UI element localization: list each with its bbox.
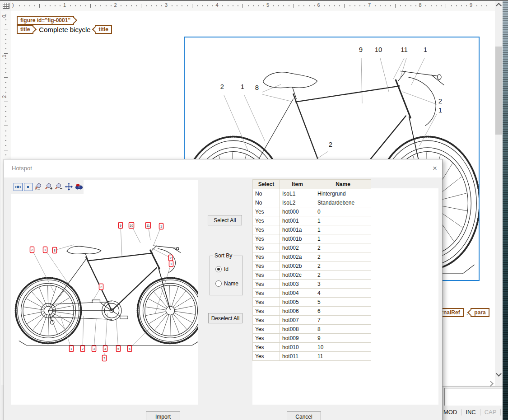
find-icon[interactable] xyxy=(75,183,84,191)
select-all-button[interactable]: Select All xyxy=(208,215,242,225)
cell-select[interactable]: Yes xyxy=(253,252,280,261)
dialog-title-bar[interactable]: Hotspot xyxy=(4,159,442,177)
ruler-corner-button[interactable] xyxy=(1,1,11,11)
cell-name[interactable]: Standardebene xyxy=(315,198,371,207)
radio-icon[interactable] xyxy=(215,280,222,287)
cell-name[interactable]: 7 xyxy=(315,316,371,325)
cell-name[interactable]: 6 xyxy=(315,307,371,316)
cell-name[interactable]: 1 xyxy=(315,234,371,243)
cell-select[interactable]: Yes xyxy=(253,307,280,316)
title-open-tag[interactable]: title xyxy=(17,25,33,34)
cell-select[interactable]: Yes xyxy=(253,298,280,307)
cell-name[interactable]: 9 xyxy=(315,334,371,343)
cell-name[interactable]: 4 xyxy=(315,289,371,298)
cell-select[interactable]: No xyxy=(253,198,280,207)
cell-item[interactable]: hot000 xyxy=(280,207,315,216)
cell-name[interactable]: 1 xyxy=(315,216,371,225)
cell-item[interactable]: hot002 xyxy=(280,243,315,252)
import-button[interactable]: Import xyxy=(146,411,180,420)
cell-select[interactable]: Yes xyxy=(253,343,280,352)
cell-item[interactable]: hot011 xyxy=(280,352,315,361)
radio-icon[interactable] xyxy=(215,266,222,272)
cell-select[interactable]: Yes xyxy=(253,207,280,216)
hotspot-preview-panel[interactable]: 9101112182121234567 xyxy=(11,180,198,405)
vertical-scrollbar-thumb[interactable] xyxy=(495,47,502,135)
cell-item[interactable]: hot005 xyxy=(280,298,315,307)
cancel-button[interactable]: Cancel xyxy=(287,411,321,420)
table-row[interactable]: No IsoL2 Standardebene xyxy=(253,198,371,207)
cell-item[interactable]: hot010 xyxy=(280,343,315,352)
table-row[interactable]: Yes hot002a 2 xyxy=(253,252,371,261)
table-row[interactable]: Yes hot006 6 xyxy=(253,307,371,316)
cell-select[interactable]: Yes xyxy=(253,216,280,225)
cell-select[interactable]: Yes xyxy=(253,334,280,343)
cell-select[interactable]: Yes xyxy=(253,316,280,325)
table-row[interactable]: Yes hot009 9 xyxy=(253,334,371,343)
cell-item[interactable]: hot001 xyxy=(280,216,315,225)
pan-icon[interactable] xyxy=(65,183,74,191)
fit-width-icon[interactable] xyxy=(14,183,23,191)
scroll-right-arrow-icon[interactable] xyxy=(488,380,495,387)
actual-size-icon[interactable] xyxy=(24,183,33,191)
cell-name[interactable]: 8 xyxy=(315,325,371,334)
cell-name[interactable]: 3 xyxy=(315,280,371,289)
cell-item[interactable]: hot002b xyxy=(280,261,315,271)
table-row[interactable]: No IsoL1 Hintergrund xyxy=(253,189,371,198)
scroll-down-arrow-icon[interactable] xyxy=(495,370,503,378)
cell-name[interactable]: 1 xyxy=(315,225,371,234)
scroll-up-arrow-icon[interactable] xyxy=(495,1,503,9)
table-row[interactable]: Yes hot002 2 xyxy=(253,243,371,252)
table-row[interactable]: Yes hot002c 2 xyxy=(253,271,371,280)
cell-item[interactable]: hot006 xyxy=(280,307,315,316)
cell-select[interactable]: Yes xyxy=(253,261,280,271)
cell-name[interactable]: 2 xyxy=(315,243,371,252)
figure-open-tag[interactable]: figure id="fig-0001" xyxy=(17,16,74,25)
close-icon[interactable]: × xyxy=(429,163,440,174)
cell-select[interactable]: Yes xyxy=(253,280,280,289)
cell-item[interactable]: hot002c xyxy=(280,271,315,280)
cell-select[interactable]: Yes xyxy=(253,225,280,234)
cell-item[interactable]: hot007 xyxy=(280,316,315,325)
zoom-out-icon[interactable] xyxy=(54,183,63,191)
table-row[interactable]: Yes hot010 10 xyxy=(253,343,371,352)
cell-select[interactable]: Yes xyxy=(253,243,280,252)
cell-select[interactable]: Yes xyxy=(253,289,280,298)
cell-item[interactable]: hot002a xyxy=(280,252,315,261)
cell-item[interactable]: hot008 xyxy=(280,325,315,334)
table-row[interactable]: Yes hot001a 1 xyxy=(253,225,371,234)
vertical-scrollbar[interactable] xyxy=(495,1,503,386)
table-row[interactable]: Yes hot008 8 xyxy=(253,325,371,334)
cell-select[interactable]: Yes xyxy=(253,234,280,243)
cell-name[interactable]: 10 xyxy=(315,343,371,352)
table-row[interactable]: Yes hot000 0 xyxy=(253,207,371,216)
zoom-selection-icon[interactable] xyxy=(34,183,43,191)
zoom-in-icon[interactable] xyxy=(44,183,53,191)
cell-item[interactable]: IsoL1 xyxy=(280,189,315,198)
title-close-tag[interactable]: title xyxy=(95,25,112,34)
table-row[interactable]: Yes hot002b 2 xyxy=(253,261,371,271)
cell-name[interactable]: 0 xyxy=(315,207,371,216)
column-header-select[interactable]: Select xyxy=(253,180,280,189)
cell-select[interactable]: Yes xyxy=(253,325,280,334)
cell-name[interactable]: Hintergrund xyxy=(315,189,371,198)
cell-select[interactable]: Yes xyxy=(253,352,280,361)
cell-select[interactable]: Yes xyxy=(253,271,280,280)
cell-item[interactable]: hot003 xyxy=(280,280,315,289)
cell-item[interactable]: hot001a xyxy=(280,225,315,234)
cell-item[interactable]: hot009 xyxy=(280,334,315,343)
cell-name[interactable]: 11 xyxy=(315,352,371,361)
cell-name[interactable]: 2 xyxy=(315,261,371,271)
table-row[interactable]: Yes hot001b 1 xyxy=(253,234,371,243)
cell-item[interactable]: hot004 xyxy=(280,289,315,298)
cell-select[interactable]: No xyxy=(253,189,280,198)
cell-item[interactable]: IsoL2 xyxy=(280,198,315,207)
cell-item[interactable]: hot001b xyxy=(280,234,315,243)
table-row[interactable]: Yes hot005 5 xyxy=(253,298,371,307)
table-row[interactable]: Yes hot001 1 xyxy=(253,216,371,225)
sort-radio-option[interactable]: Id xyxy=(215,266,228,272)
table-row[interactable]: Yes hot004 4 xyxy=(253,289,371,298)
figure-title-text[interactable]: Complete bicycle xyxy=(39,26,90,33)
table-row[interactable]: Yes hot011 11 xyxy=(253,352,371,361)
cell-name[interactable]: 2 xyxy=(315,271,371,280)
cell-name[interactable]: 2 xyxy=(315,252,371,261)
